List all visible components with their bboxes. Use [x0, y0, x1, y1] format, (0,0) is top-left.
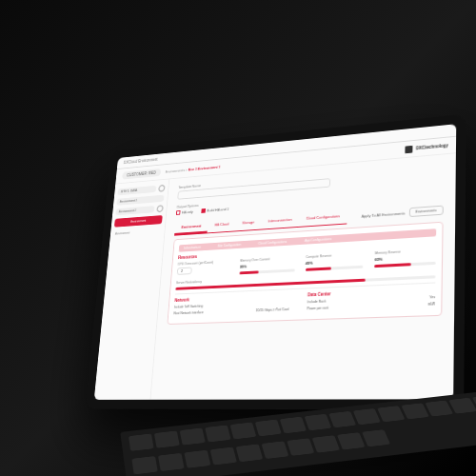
host-label: Host Network Interface — [173, 311, 204, 316]
power-value[interactable]: 8kW — [428, 303, 435, 307]
site-pill[interactable]: SITE 1: DATA — [117, 186, 156, 196]
assessment-link[interactable]: Assessment — [113, 228, 162, 238]
power-label: Power per rack — [307, 307, 328, 311]
subnav-app[interactable]: App Configurations — [305, 238, 332, 244]
tab-environment[interactable]: Environment — [174, 220, 208, 235]
memres-slider[interactable] — [374, 262, 435, 268]
tab-cloudconfig[interactable]: Cloud Configurations — [299, 209, 347, 227]
subnav-cloud[interactable]: Cloud Configurations — [258, 241, 287, 247]
brand-logo: DXCtechnology — [406, 142, 448, 153]
host-value[interactable]: 10/25 Gbps 2 Port Card — [256, 307, 289, 312]
tor-label: Include ToR Switching — [174, 305, 203, 309]
breadcrumb: Environments > Env 1 Environment 1 — [165, 165, 220, 174]
environments-dropdown[interactable]: Environments — [408, 206, 443, 218]
refresh-icon[interactable] — [158, 185, 165, 192]
option-ha-only[interactable]: HA only — [176, 209, 193, 215]
memover-slider[interactable] — [239, 269, 294, 275]
apply-all-label: Apply To All Environments — [361, 210, 405, 218]
tab-storage[interactable]: Storage — [235, 216, 262, 231]
rack-value[interactable]: Yes — [429, 295, 435, 299]
compute-slider[interactable] — [305, 266, 363, 271]
subnav-site[interactable]: Site Configuration — [217, 244, 241, 248]
environment-button[interactable]: Environment — [114, 215, 163, 228]
rack-label: Include Rack — [307, 300, 327, 305]
tab-interconnect[interactable]: Interconnection — [261, 213, 300, 229]
tab-hacloud[interactable]: HA Cloud — [208, 218, 236, 233]
refresh-icon-2[interactable] — [156, 205, 163, 212]
env-pill-2[interactable]: Environment 2 — [115, 206, 154, 215]
customer-pill[interactable]: CUSTOMER: RED — [122, 169, 161, 180]
option-build-ha[interactable]: Build HA and 1 — [201, 207, 228, 213]
cpu-stepper[interactable]: 2 — [177, 268, 192, 275]
cpu-label: CPU Overcount (perfCount) — [177, 260, 229, 267]
env-pill-1[interactable]: Environment 1 — [116, 195, 164, 206]
subnav-infra[interactable]: Infrastructure — [184, 246, 201, 250]
